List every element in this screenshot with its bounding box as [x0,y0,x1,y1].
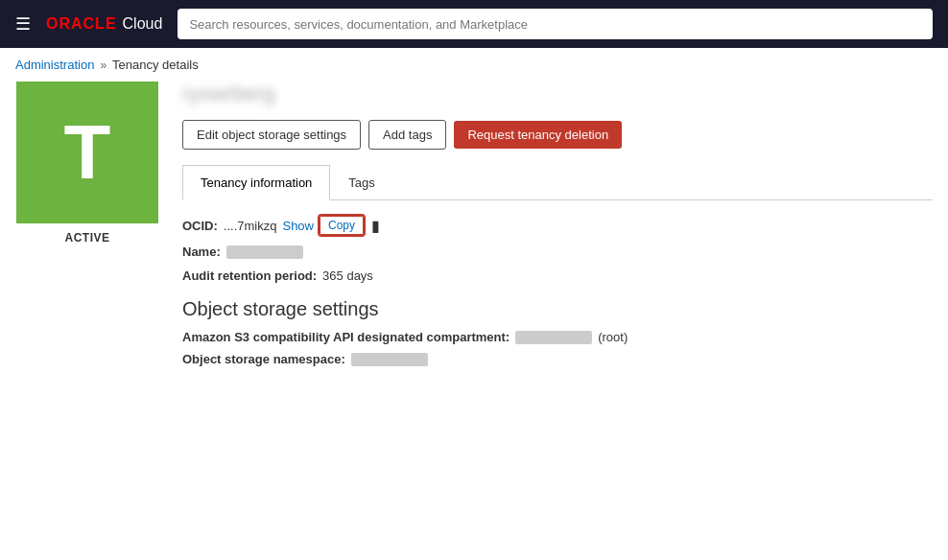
object-storage-title: Object storage settings [182,298,933,320]
breadcrumb-current: Tenancy details [112,58,199,72]
name-label: Name: [182,245,221,259]
tenant-avatar: T [16,82,158,223]
name-row: Name: [182,245,933,259]
tab-tags[interactable]: Tags [330,165,392,200]
s3-row: Amazon S3 compatibility API designated c… [182,330,933,344]
namespace-row: Object storage namespace: [182,352,933,366]
cursor-icon: ▮ [371,217,380,235]
ocid-copy-button[interactable]: Copy [320,216,364,235]
oracle-logo: ORACLE Cloud [46,15,162,33]
audit-value: 365 days [322,268,373,283]
s3-value-blurred [515,331,592,344]
search-input[interactable] [178,9,933,39]
audit-label: Audit retention period: [182,268,317,283]
action-buttons: Edit object storage settings Add tags Re… [182,120,933,150]
s3-root-label: (root) [598,330,628,344]
ocid-show-link[interactable]: Show [282,219,314,233]
s3-label: Amazon S3 compatibility API designated c… [182,330,510,344]
cloud-text: Cloud [123,15,163,33]
audit-row: Audit retention period: 365 days [182,268,933,283]
namespace-label: Object storage namespace: [182,352,345,366]
right-panel: ryxwrberg Edit object storage settings A… [182,82,933,374]
edit-object-storage-button[interactable]: Edit object storage settings [182,120,361,150]
tabs-container: Tenancy information Tags [182,165,933,200]
add-tags-button[interactable]: Add tags [368,120,446,150]
tenant-name: ryxwrberg [182,82,933,106]
ocid-row: OCID: ....7mikzq Show Copy ▮ [182,216,933,235]
ocid-label: OCID: [182,219,218,233]
breadcrumb: Administration » Tenancy details [0,48,948,82]
tenancy-info-content: OCID: ....7mikzq Show Copy ▮ Name: Audit… [182,216,933,366]
namespace-value-blurred [351,353,428,366]
main-content: T ACTIVE ryxwrberg Edit object storage s… [0,82,948,389]
breadcrumb-separator: » [100,58,107,72]
request-tenancy-deletion-button[interactable]: Request tenancy deletion [454,121,622,149]
left-panel: T ACTIVE [15,82,159,374]
oracle-text: ORACLE [46,15,117,33]
name-value-blurred [226,245,303,259]
avatar-letter: T [64,114,111,191]
breadcrumb-parent-link[interactable]: Administration [15,58,94,72]
ocid-value: ....7mikzq [224,219,277,233]
tab-tenancy-information[interactable]: Tenancy information [182,165,330,200]
hamburger-menu-icon[interactable]: ☰ [15,13,31,35]
tenant-status-badge: ACTIVE [64,231,109,245]
